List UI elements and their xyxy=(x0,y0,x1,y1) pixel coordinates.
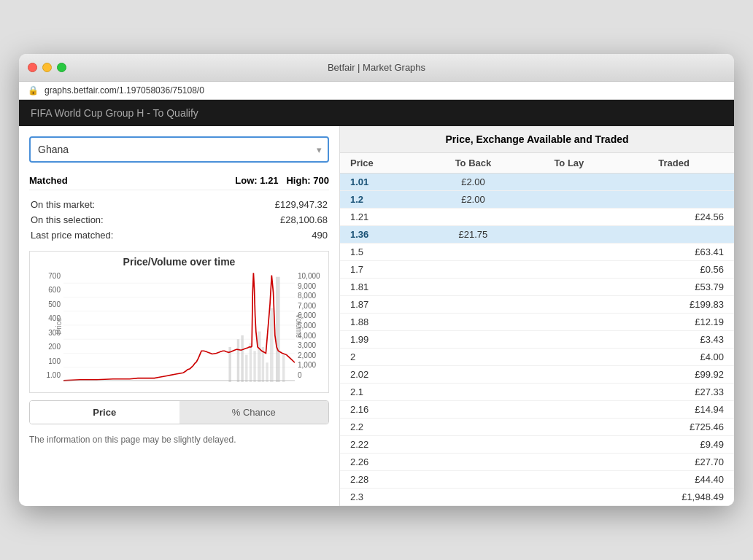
table-row: 1.81£53.79 xyxy=(340,279,734,296)
selection-dropdown[interactable]: Ghana Portugal Uruguay South Korea xyxy=(29,136,329,163)
price-table: Price To Back To Lay Traded 1.01£2.001.2… xyxy=(340,153,734,506)
price-cell: 2 xyxy=(340,349,422,366)
window-title: Betfair | Market Graphs xyxy=(328,62,425,73)
svg-rect-10 xyxy=(245,355,247,382)
to-back-cell xyxy=(422,261,524,279)
to-lay-cell xyxy=(525,454,614,471)
chart-svg xyxy=(63,269,295,382)
to-lay-cell xyxy=(525,331,614,349)
traded-cell xyxy=(614,226,734,244)
traded-cell: £63.41 xyxy=(614,244,734,261)
price-cell: 1.99 xyxy=(340,331,422,349)
svg-rect-13 xyxy=(258,332,261,382)
price-cell: 1.01 xyxy=(340,174,422,191)
high-label: High: xyxy=(286,175,310,186)
table-row: 2.3£1,948.49 xyxy=(340,489,734,506)
price-cell: 2.26 xyxy=(340,454,422,471)
price-cell: 1.5 xyxy=(340,244,422,261)
chart-svg-wrapper: Price xyxy=(63,269,295,382)
high-value: 700 xyxy=(313,175,329,186)
price-cell: 2.22 xyxy=(340,436,422,454)
traded-cell: £14.94 xyxy=(614,401,734,419)
svg-rect-9 xyxy=(241,335,243,382)
table-row: 2£4.00 xyxy=(340,349,734,366)
main-content: Ghana Portugal Uruguay South Korea ▾ Mat… xyxy=(19,126,734,506)
to-back-cell xyxy=(422,349,524,366)
address-text[interactable]: graphs.betfair.com/1.197058036/75108/0 xyxy=(45,85,204,96)
price-cell: 1.21 xyxy=(340,209,422,226)
tab-price[interactable]: Price xyxy=(30,401,179,424)
lock-icon: 🔒 xyxy=(28,85,39,96)
to-back-cell: £2.00 xyxy=(422,191,524,209)
to-back-cell xyxy=(422,419,524,436)
to-back-cell xyxy=(422,331,524,349)
tab-chance[interactable]: % Chance xyxy=(179,401,329,424)
svg-rect-15 xyxy=(266,362,268,382)
traded-cell: £12.19 xyxy=(614,314,734,331)
stat-label-market: On this market: xyxy=(31,198,211,211)
col-to-back: To Back xyxy=(422,153,524,174)
to-back-cell xyxy=(422,244,524,261)
close-button[interactable] xyxy=(28,63,37,72)
table-row: 2.2£725.46 xyxy=(340,419,734,436)
stat-row-market: On this market: £129,947.32 xyxy=(31,198,328,211)
traded-cell: £725.46 xyxy=(614,419,734,436)
to-lay-cell xyxy=(525,349,614,366)
table-row: 1.5£63.41 xyxy=(340,244,734,261)
to-lay-cell xyxy=(525,436,614,454)
stat-value-market: £129,947.32 xyxy=(212,198,328,211)
price-cell: 1.87 xyxy=(340,296,422,314)
minimize-button[interactable] xyxy=(42,63,52,72)
col-traded: Traded xyxy=(614,153,734,174)
to-lay-cell xyxy=(525,209,614,226)
to-lay-cell xyxy=(525,296,614,314)
matched-range: Low: 1.21 High: 700 xyxy=(235,175,329,186)
address-bar: 🔒 graphs.betfair.com/1.197058036/75108/0 xyxy=(19,82,734,100)
to-back-cell: £2.00 xyxy=(422,174,524,191)
traded-cell xyxy=(614,174,734,191)
stat-row-selection: On this selection: £28,100.68 xyxy=(31,213,328,227)
title-bar: Betfair | Market Graphs xyxy=(19,54,734,82)
price-cell: 1.88 xyxy=(340,314,422,331)
maximize-button[interactable] xyxy=(57,63,66,72)
to-lay-cell xyxy=(525,366,614,384)
table-row: 1.01£2.00 xyxy=(340,174,734,191)
table-row: 1.87£199.83 xyxy=(340,296,734,314)
traded-cell: £1,948.49 xyxy=(614,489,734,506)
right-panel: Price, Exchange Available and Traded Pri… xyxy=(340,126,734,506)
stat-label-last-price: Last price matched: xyxy=(31,228,211,242)
matched-label: Matched xyxy=(29,175,68,186)
low-value: 1.21 xyxy=(260,175,278,186)
stats-table: On this market: £129,947.32 On this sele… xyxy=(29,196,329,244)
table-row: 1.36£21.75 xyxy=(340,226,734,244)
traded-cell: £44.40 xyxy=(614,471,734,489)
chart-title: Price/Volume over time xyxy=(30,252,328,269)
table-row: 2.28£44.40 xyxy=(340,471,734,489)
to-lay-cell xyxy=(525,419,614,436)
traded-cell: £99.92 xyxy=(614,366,734,384)
to-back-cell xyxy=(422,471,524,489)
page-header: FIFA World Cup Group H - To Qualify xyxy=(19,100,734,126)
to-back-cell xyxy=(422,436,524,454)
price-cell: 1.81 xyxy=(340,279,422,296)
volume-axis-label: Volume xyxy=(295,314,303,338)
to-lay-cell xyxy=(525,244,614,261)
traded-cell: £27.33 xyxy=(614,384,734,401)
price-cell: 2.1 xyxy=(340,384,422,401)
table-row: 2.22£9.49 xyxy=(340,436,734,454)
to-back-cell xyxy=(422,401,524,419)
stat-value-last-price: 490 xyxy=(212,228,328,242)
traded-cell: £0.56 xyxy=(614,261,734,279)
traded-cell: £53.79 xyxy=(614,279,734,296)
table-row: 1.99£3.43 xyxy=(340,331,734,349)
to-back-cell xyxy=(422,209,524,226)
table-header-row: Price To Back To Lay Traded xyxy=(340,153,734,174)
to-lay-cell xyxy=(525,471,614,489)
svg-rect-17 xyxy=(276,277,280,382)
competition-subtitle: Group H - To Qualify xyxy=(105,107,198,119)
to-back-cell xyxy=(422,314,524,331)
tab-buttons: Price % Chance xyxy=(29,400,329,424)
chart-container: Price/Volume over time 700 600 500 400 3… xyxy=(29,251,329,393)
traded-cell: £199.83 xyxy=(614,296,734,314)
traded-cell: £4.00 xyxy=(614,349,734,366)
